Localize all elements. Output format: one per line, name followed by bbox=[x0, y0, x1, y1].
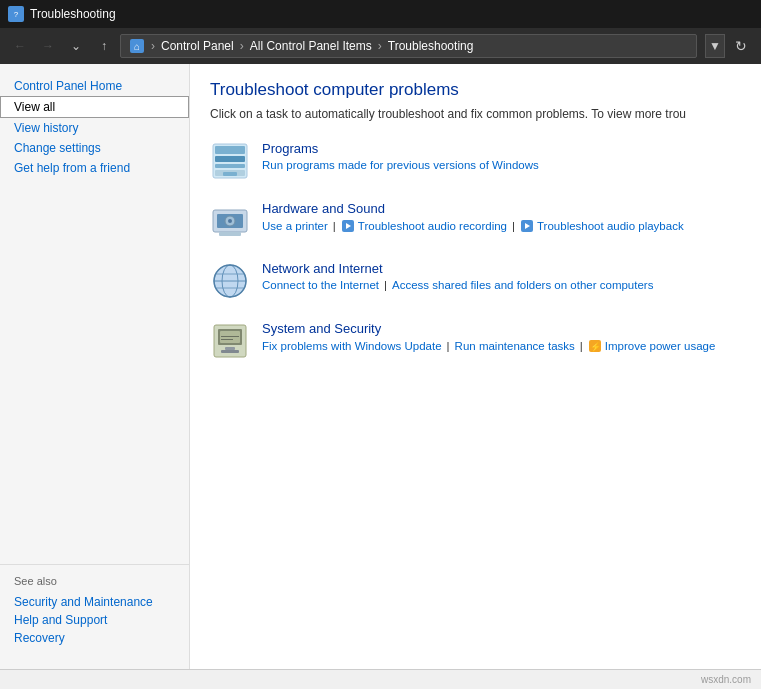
back-button[interactable]: ← bbox=[8, 34, 32, 58]
refresh-button[interactable]: ↻ bbox=[729, 34, 753, 58]
sidebar-view-history[interactable]: View history bbox=[0, 118, 189, 138]
svg-text:⚡: ⚡ bbox=[589, 341, 601, 353]
see-also-label: See also bbox=[14, 575, 175, 587]
recent-button[interactable]: ⌄ bbox=[64, 34, 88, 58]
programs-icon bbox=[210, 141, 250, 181]
hardware-name[interactable]: Hardware and Sound bbox=[262, 201, 684, 216]
svg-text:⌂: ⌂ bbox=[134, 41, 140, 52]
svg-rect-30 bbox=[225, 347, 235, 350]
hardware-info: Hardware and Sound Use a printer | Troub… bbox=[262, 201, 684, 233]
address-bar: ← → ⌄ ↑ ⌂ › Control Panel › All Control … bbox=[0, 28, 761, 64]
hardware-link-0[interactable]: Use a printer bbox=[262, 220, 328, 232]
svg-text:?: ? bbox=[14, 10, 19, 19]
system-link-0[interactable]: Fix problems with Windows Update bbox=[262, 340, 442, 352]
network-icon bbox=[210, 261, 250, 301]
system-info: System and Security Fix problems with Wi… bbox=[262, 321, 715, 353]
svg-rect-7 bbox=[215, 164, 245, 168]
programs-info: Programs Run programs made for previous … bbox=[262, 141, 539, 171]
hardware-icon bbox=[210, 201, 250, 241]
network-link-0[interactable]: Connect to the Internet bbox=[262, 279, 379, 291]
category-programs: Programs Run programs made for previous … bbox=[210, 141, 741, 181]
svg-rect-6 bbox=[215, 156, 245, 162]
svg-rect-28 bbox=[221, 336, 239, 337]
svg-rect-14 bbox=[219, 232, 241, 236]
system-name[interactable]: System and Security bbox=[262, 321, 715, 336]
audio-recording-icon bbox=[341, 219, 355, 233]
network-link-1[interactable]: Access shared files and folders on other… bbox=[392, 279, 653, 291]
system-icon bbox=[210, 321, 250, 361]
programs-name[interactable]: Programs bbox=[262, 141, 539, 156]
bottom-bar: wsxdn.com bbox=[0, 669, 761, 689]
svg-rect-31 bbox=[221, 350, 239, 353]
address-path: ⌂ › Control Panel › All Control Panel It… bbox=[120, 34, 697, 58]
sidebar-recovery[interactable]: Recovery bbox=[14, 629, 175, 647]
content-area: Troubleshoot computer problems Click on … bbox=[190, 64, 761, 669]
app-icon: ? bbox=[8, 6, 24, 22]
hardware-link-2[interactable]: Troubleshoot audio playback bbox=[520, 219, 684, 233]
title-bar: ? Troubleshooting bbox=[0, 0, 761, 28]
svg-rect-29 bbox=[221, 339, 233, 340]
system-links: Fix problems with Windows Update | Run m… bbox=[262, 339, 715, 353]
system-link-1[interactable]: Run maintenance tasks bbox=[455, 340, 575, 352]
address-dropdown[interactable]: ▼ bbox=[705, 34, 725, 58]
programs-link-0[interactable]: Run programs made for previous versions … bbox=[262, 159, 539, 171]
sidebar-help-support[interactable]: Help and Support bbox=[14, 611, 175, 629]
programs-links: Run programs made for previous versions … bbox=[262, 159, 539, 171]
sidebar-change-settings[interactable]: Change settings bbox=[0, 138, 189, 158]
system-link-2[interactable]: ⚡ Improve power usage bbox=[588, 339, 716, 353]
sidebar-top: Control Panel Home View all View history… bbox=[0, 76, 189, 554]
home-icon: ⌂ bbox=[129, 38, 145, 54]
window-title: Troubleshooting bbox=[30, 7, 116, 21]
path-current: Troubleshooting bbox=[388, 39, 474, 53]
power-icon: ⚡ bbox=[588, 339, 602, 353]
main-container: Control Panel Home View all View history… bbox=[0, 64, 761, 669]
network-info: Network and Internet Connect to the Inte… bbox=[262, 261, 653, 291]
svg-point-13 bbox=[228, 219, 232, 223]
sidebar-get-help[interactable]: Get help from a friend bbox=[0, 158, 189, 178]
sidebar-security[interactable]: Security and Maintenance bbox=[14, 593, 175, 611]
content-title: Troubleshoot computer problems bbox=[210, 80, 741, 100]
network-links: Connect to the Internet | Access shared … bbox=[262, 279, 653, 291]
sidebar-control-panel-home[interactable]: Control Panel Home bbox=[0, 76, 189, 96]
forward-button[interactable]: → bbox=[36, 34, 60, 58]
up-button[interactable]: ↑ bbox=[92, 34, 116, 58]
hardware-link-1[interactable]: Troubleshoot audio recording bbox=[341, 219, 507, 233]
svg-rect-9 bbox=[223, 172, 237, 176]
watermark: wsxdn.com bbox=[701, 674, 751, 685]
hardware-links: Use a printer | Troubleshoot audio recor… bbox=[262, 219, 684, 233]
category-network: Network and Internet Connect to the Inte… bbox=[210, 261, 741, 301]
category-hardware: Hardware and Sound Use a printer | Troub… bbox=[210, 201, 741, 241]
svg-rect-5 bbox=[215, 146, 245, 154]
sidebar-view-all[interactable]: View all bbox=[0, 96, 189, 118]
content-description: Click on a task to automatically trouble… bbox=[210, 106, 741, 123]
network-name[interactable]: Network and Internet bbox=[262, 261, 653, 276]
audio-playback-icon bbox=[520, 219, 534, 233]
sidebar-bottom: See also Security and Maintenance Help a… bbox=[0, 564, 189, 657]
path-all-items[interactable]: All Control Panel Items bbox=[250, 39, 372, 53]
path-control-panel[interactable]: Control Panel bbox=[161, 39, 234, 53]
category-system: System and Security Fix problems with Wi… bbox=[210, 321, 741, 361]
sidebar: Control Panel Home View all View history… bbox=[0, 64, 190, 669]
